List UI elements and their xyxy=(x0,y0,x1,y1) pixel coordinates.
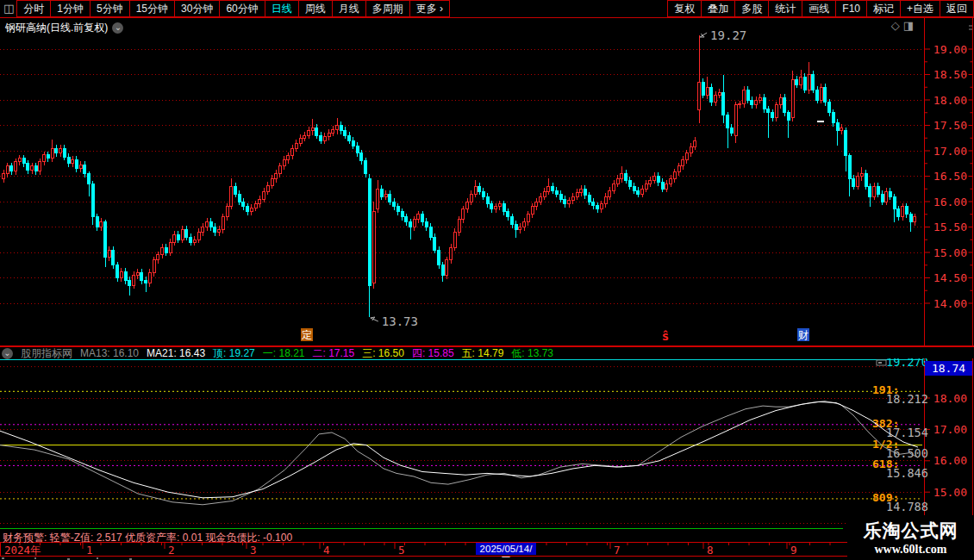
indicator-values: MA13: 16.10MA21: 16.43顶: 19.27一: 18.21二:… xyxy=(80,346,561,361)
toolbar-button[interactable]: 月线 xyxy=(332,0,366,17)
toolbar-button[interactable]: 日线 xyxy=(265,0,299,17)
svg-text:ŝ: ŝ xyxy=(662,329,669,343)
svg-text:14.788: 14.788 xyxy=(886,500,928,513)
svg-text:17.00: 17.00 xyxy=(933,145,967,158)
svg-text:5: 5 xyxy=(398,544,405,557)
toolbar-button[interactable]: +自选 xyxy=(900,0,940,17)
window-split-icon[interactable]: ◫ xyxy=(0,0,17,17)
toolbar-button[interactable]: 周线 xyxy=(298,0,333,17)
svg-text:16.00: 16.00 xyxy=(933,454,967,467)
indicator-value: MA21: 16.43 xyxy=(147,347,205,359)
finance-separator-line xyxy=(0,528,843,529)
svg-text:14.00: 14.00 xyxy=(933,297,967,310)
page-title: 钢研高纳(日线.前复权) xyxy=(5,21,108,35)
ma-line-MA13 xyxy=(0,401,918,505)
indicator-value: 顶: 19.27 xyxy=(213,347,255,359)
svg-text:8: 8 xyxy=(707,544,714,557)
chart-title-row: 钢研高纳(日线.前复权) ⌄ xyxy=(5,21,123,35)
toolbar-button[interactable]: 1分钟 xyxy=(50,0,91,17)
diamond-icon[interactable]: ◇ xyxy=(891,19,903,32)
period-button-group: 分时1分钟5分钟15分钟30分钟60分钟日线周线月线多周期更多 › xyxy=(17,0,450,17)
toolbar-button[interactable]: 60分钟 xyxy=(219,0,265,17)
indicator-value: 二: 17.15 xyxy=(313,347,355,359)
indicator-source-label[interactable]: 股朋指标网 xyxy=(21,346,72,361)
top-toolbar: ◫ 分时1分钟5分钟15分钟30分钟60分钟日线周线月线多周期更多 › 复权叠加… xyxy=(0,0,974,18)
indicator-value: 低: 13.73 xyxy=(511,347,553,359)
action-button-group: 复权叠加多股统计画线F10标记+自选返回 xyxy=(668,0,974,17)
indicator-header: ⌄ 股朋指标网 MA13: 16.10MA21: 16.43顶: 19.27一:… xyxy=(0,346,974,359)
main-candlestick-chart[interactable]: 19.0018.5018.0017.5017.0016.5016.0015.50… xyxy=(0,18,974,346)
watermark: 乐淘公式网 www.60lt.com xyxy=(847,515,974,560)
svg-text:15.00: 15.00 xyxy=(933,246,967,259)
toolbar-button[interactable]: 分时 xyxy=(16,0,51,17)
toolbar-button[interactable]: 画线 xyxy=(802,0,836,17)
svg-text:18.212: 18.212 xyxy=(886,392,928,406)
svg-text:15.00: 15.00 xyxy=(933,486,967,499)
svg-text:15.50: 15.50 xyxy=(933,221,967,233)
toolbar-button[interactable]: 30分钟 xyxy=(174,0,220,17)
toolbar-button[interactable]: 15分钟 xyxy=(129,0,175,17)
indicator-value: 四: 15.85 xyxy=(412,347,454,359)
indicator-value: 三: 16.50 xyxy=(362,347,404,359)
toolbar-button[interactable]: 复权 xyxy=(667,0,702,17)
indicator-latest-value-tag: 18.74 xyxy=(925,361,972,376)
ma-line-MA21 xyxy=(0,401,918,497)
toolbar-button[interactable]: 多周期 xyxy=(365,0,410,17)
svg-text:18.00: 18.00 xyxy=(933,94,967,107)
indicator-value: 一: 18.21 xyxy=(263,347,305,359)
split-view-icon[interactable]: ◨ xyxy=(903,19,917,32)
watermark-site-name: 乐淘公式网 xyxy=(847,519,974,543)
svg-text:财: 财 xyxy=(798,329,809,341)
selected-date-tag: 2025/05/14/三 xyxy=(476,543,536,555)
svg-text:18.00: 18.00 xyxy=(933,392,967,405)
svg-text:19.27: 19.27 xyxy=(710,28,746,42)
svg-text:9: 9 xyxy=(790,544,797,557)
toolbar-button[interactable]: 更多 › xyxy=(409,0,450,17)
svg-text:16.50: 16.50 xyxy=(933,170,967,183)
event-marker[interactable]: 定 xyxy=(301,328,313,341)
svg-text:13.73: 13.73 xyxy=(382,314,418,328)
toolbar-button[interactable]: F10 xyxy=(835,0,867,17)
svg-text:7: 7 xyxy=(614,544,621,557)
chart-corner-icons: ◇◨ xyxy=(891,19,917,32)
svg-text:4: 4 xyxy=(323,544,330,557)
svg-text:18.50: 18.50 xyxy=(933,68,967,81)
svg-text:17.00: 17.00 xyxy=(933,423,967,436)
finance-warning-text: 财务预警: 轻警-Z值: 2.517 优质资产率: 0.01 现金负债比: -0… xyxy=(3,531,292,545)
svg-text:15.846: 15.846 xyxy=(886,466,928,480)
indicator-panel-chart[interactable]: 18.0017.0016.0015.0014.0019.270191:18.21… xyxy=(0,358,974,527)
toolbar-button[interactable]: 标记 xyxy=(866,0,901,17)
svg-text:14.50: 14.50 xyxy=(933,271,967,284)
svg-text:19.270: 19.270 xyxy=(886,358,928,369)
svg-text:17.50: 17.50 xyxy=(933,119,967,132)
toolbar-button[interactable]: 叠加 xyxy=(701,0,735,17)
indicator-collapse-icon[interactable]: ⌄ xyxy=(2,348,13,359)
event-marker[interactable]: ŝ xyxy=(662,329,669,343)
watermark-url: www.60lt.com xyxy=(847,543,974,557)
indicator-value: 五: 14.79 xyxy=(462,347,504,359)
toolbar-button[interactable]: 返回 xyxy=(940,0,974,17)
toolbar-button[interactable]: 统计 xyxy=(768,0,802,17)
indicator-value: MA13: 16.10 xyxy=(80,347,139,359)
svg-text:16.00: 16.00 xyxy=(933,196,967,208)
svg-text:19.00: 19.00 xyxy=(933,43,967,56)
svg-text:定: 定 xyxy=(302,329,312,341)
event-marker[interactable]: 财 xyxy=(797,328,809,341)
toolbar-button[interactable]: 5分钟 xyxy=(90,0,130,17)
title-dropdown-icon[interactable]: ⌄ xyxy=(112,22,123,34)
toolbar-button[interactable]: 多股 xyxy=(734,0,769,17)
app-window: ◫ 分时1分钟5分钟15分钟30分钟60分钟日线周线月线多周期更多 › 复权叠加… xyxy=(0,0,974,560)
